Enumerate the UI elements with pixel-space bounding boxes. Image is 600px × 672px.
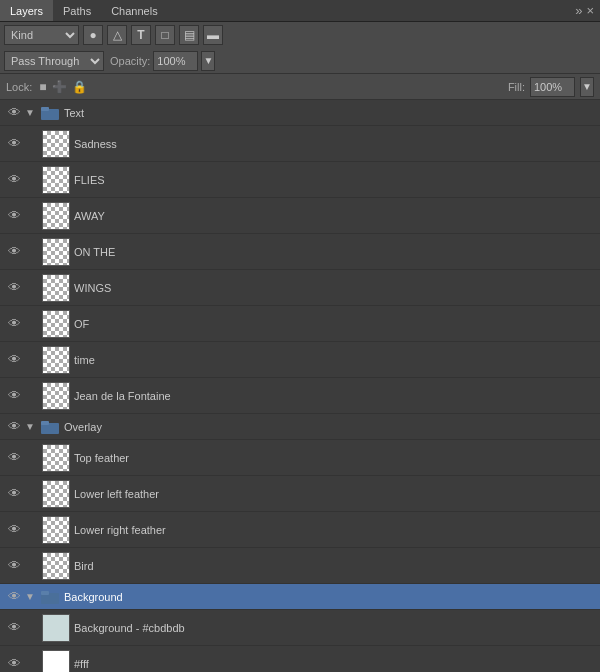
layer-thumbnail [42,382,70,410]
close-panel-icon[interactable]: × [586,3,594,18]
layer-name: Lower right feather [74,524,596,536]
layer-row[interactable]: 👁time [0,342,600,378]
lock-pixels-icon[interactable]: ■ [39,80,46,94]
layer-name: Top feather [74,452,596,464]
layer-row[interactable]: 👁Jean de la Fontaine [0,378,600,414]
layer-name: Background - #cbdbdb [74,622,596,634]
visibility-toggle[interactable]: 👁 [4,316,24,331]
tab-layers[interactable]: Layers [0,0,53,21]
layer-name: #fff [74,658,596,670]
layer-name: ON THE [74,246,596,258]
layer-name: Overlay [64,421,596,433]
visibility-toggle[interactable]: 👁 [4,450,24,465]
layer-name: WINGS [74,282,596,294]
layer-name: time [74,354,596,366]
visibility-toggle[interactable]: 👁 [4,419,24,434]
folder-icon [40,588,60,606]
lock-all-icon[interactable]: 🔒 [72,80,87,94]
fill-arrow[interactable]: ▼ [580,77,594,97]
layer-row[interactable]: 👁FLIES [0,162,600,198]
layer-row[interactable]: 👁Background - #cbdbdb [0,610,600,646]
layer-thumbnail [42,310,70,338]
visibility-toggle[interactable]: 👁 [4,486,24,501]
layer-row[interactable]: 👁WINGS [0,270,600,306]
kind-select[interactable]: Kind [4,25,79,45]
layer-name: Background [64,591,596,603]
lock-position-icon[interactable]: ➕ [52,80,67,94]
svg-rect-3 [41,421,49,425]
layer-name: Lower left feather [74,488,596,500]
video-icon[interactable]: ▬ [203,25,223,45]
tab-paths[interactable]: Paths [53,0,101,21]
folder-row[interactable]: 👁▼ Background [0,584,600,610]
blend-mode-select[interactable]: Pass Through [4,51,104,71]
layer-thumbnail [42,130,70,158]
visibility-toggle[interactable]: 👁 [4,388,24,403]
folder-expand-icon[interactable]: ▼ [24,107,36,118]
layer-row[interactable]: 👁Lower left feather [0,476,600,512]
layer-thumbnail [42,444,70,472]
layer-thumbnail [42,614,70,642]
visibility-toggle[interactable]: 👁 [4,352,24,367]
layer-thumbnail [42,516,70,544]
layer-row[interactable]: 👁Top feather [0,440,600,476]
visibility-toggle[interactable]: 👁 [4,620,24,635]
visibility-toggle[interactable]: 👁 [4,105,24,120]
svg-rect-5 [41,591,49,595]
layer-name: Jean de la Fontaine [74,390,596,402]
visibility-toggle[interactable]: 👁 [4,656,24,671]
layer-row[interactable]: 👁#fff [0,646,600,672]
visibility-toggle[interactable]: 👁 [4,522,24,537]
fill-label: Fill: [508,81,525,93]
layer-row[interactable]: 👁OF [0,306,600,342]
toolbar-kind-row: Kind ● △ T □ ▤ ▬ [0,22,600,48]
layer-row[interactable]: 👁Sadness [0,126,600,162]
tab-channels[interactable]: Channels [101,0,167,21]
layer-thumbnail [42,238,70,266]
adjust-icon[interactable]: △ [107,25,127,45]
layer-thumbnail [42,274,70,302]
tab-extra: » × [575,3,600,18]
opacity-arrow[interactable]: ▼ [201,51,215,71]
layers-list: 👁▼ Text👁Sadness👁FLIES👁AWAY👁ON THE👁WINGS👁… [0,100,600,672]
layer-row[interactable]: 👁ON THE [0,234,600,270]
layer-name: OF [74,318,596,330]
shape-icon[interactable]: □ [155,25,175,45]
visibility-toggle[interactable]: 👁 [4,244,24,259]
svg-rect-1 [41,107,49,111]
layer-thumbnail [42,202,70,230]
folder-row[interactable]: 👁▼ Overlay [0,414,600,440]
visibility-toggle[interactable]: 👁 [4,172,24,187]
smart-icon[interactable]: ▤ [179,25,199,45]
pixel-icon[interactable]: ● [83,25,103,45]
type-icon[interactable]: T [131,25,151,45]
opacity-label: Opacity: [110,55,150,67]
layer-name: Text [64,107,596,119]
layer-thumbnail [42,346,70,374]
layer-name: FLIES [74,174,596,186]
layer-thumbnail [42,552,70,580]
opacity-input[interactable] [153,51,198,71]
layer-row[interactable]: 👁Lower right feather [0,512,600,548]
panel-menu-icon[interactable]: » [575,3,582,18]
opacity-group: Opacity: ▼ [110,51,215,71]
folder-expand-icon[interactable]: ▼ [24,421,36,432]
visibility-toggle[interactable]: 👁 [4,589,24,604]
layer-row[interactable]: 👁Bird [0,548,600,584]
folder-row[interactable]: 👁▼ Text [0,100,600,126]
visibility-toggle[interactable]: 👁 [4,280,24,295]
visibility-toggle[interactable]: 👁 [4,558,24,573]
layer-row[interactable]: 👁AWAY [0,198,600,234]
layer-name: AWAY [74,210,596,222]
layer-thumbnail [42,166,70,194]
folder-icon [40,104,60,122]
folder-expand-icon[interactable]: ▼ [24,591,36,602]
tab-bar: Layers Paths Channels » × [0,0,600,22]
layer-name: Bird [74,560,596,572]
fill-input[interactable] [530,77,575,97]
layer-thumbnail [42,480,70,508]
visibility-toggle[interactable]: 👁 [4,136,24,151]
visibility-toggle[interactable]: 👁 [4,208,24,223]
lock-label: Lock: [6,81,32,93]
toolbar-blend-row: Pass Through Opacity: ▼ [0,48,600,74]
